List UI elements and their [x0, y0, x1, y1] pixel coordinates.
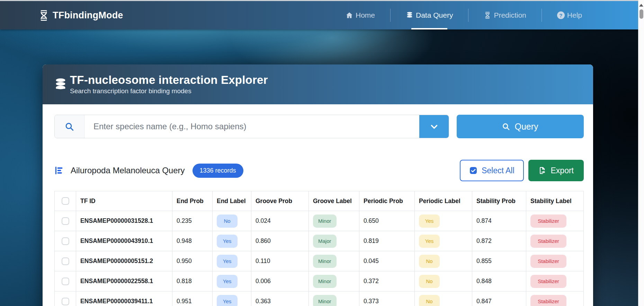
browser-viewport: TFbindingMode Home Data Query	[0, 0, 638, 306]
stability-label-cell: Stabilizer	[526, 231, 584, 251]
col-header-periodic-prob: Periodic Prob	[359, 191, 415, 211]
scrollbar-thumb[interactable]	[639, 9, 643, 19]
stability-label-cell: Stabilizer	[526, 291, 584, 306]
col-header-groove-prob: Groove Prob	[251, 191, 309, 211]
select-all-button[interactable]: Select All	[460, 160, 524, 181]
stability-prob-cell: 0.872	[472, 231, 526, 251]
row-checkbox[interactable]	[62, 217, 69, 225]
results-header: Ailuropoda Melanoleuca Query 1336 record…	[54, 160, 584, 181]
row-checkbox[interactable]	[62, 257, 69, 265]
stability-label-cell: Stabilizer	[526, 251, 584, 271]
database-icon	[406, 11, 413, 19]
search-icon	[502, 123, 510, 131]
stability-label-badge: Stabilizer	[530, 235, 566, 248]
nav-item-data-query[interactable]: Data Query	[391, 1, 468, 29]
table-row: ENSAMEP00000039411.10.951Yes0.363Minor0.…	[55, 291, 584, 306]
end-label-badge: Yes	[217, 275, 238, 288]
stability-label-cell: Stabilizer	[526, 271, 584, 291]
row-checkbox-cell	[55, 211, 76, 231]
search-icon	[65, 122, 74, 131]
end-label-badge: Yes	[217, 235, 238, 248]
end-label-cell: No	[213, 211, 251, 231]
stability-prob-cell: 0.855	[472, 251, 526, 271]
periodic-label-badge: No	[419, 255, 440, 268]
header-checkbox-cell	[55, 191, 76, 211]
page-title: TF-nucleosome interaction Explorer	[70, 74, 268, 86]
col-header-tf-id: TF ID	[76, 191, 172, 211]
groove-label-cell: Minor	[309, 211, 359, 231]
card-body: Query Ailuropoda Melanoleuca Query 1336 …	[43, 115, 593, 306]
col-header-periodic-label: Periodic Label	[415, 191, 472, 211]
tf-id-cell: ENSAMEP00000022558.1	[76, 271, 172, 291]
groove-label-cell: Minor	[309, 291, 359, 306]
periodic-label-badge: No	[419, 275, 440, 288]
row-checkbox[interactable]	[62, 237, 69, 245]
groove-label-badge: Minor	[313, 275, 337, 288]
row-checkbox-cell	[55, 291, 76, 306]
nav-item-prediction[interactable]: Prediction	[468, 1, 541, 29]
table-header-row: TF ID End Prob End Label Groove Prob Gro…	[55, 191, 584, 211]
periodic-label-badge: Yes	[419, 215, 440, 228]
tf-id-cell: ENSAMEP00000043910.1	[76, 231, 172, 251]
end-label-badge: Yes	[217, 295, 238, 306]
groove-label-cell: Minor	[309, 251, 359, 271]
explorer-card: TF-nucleosome interaction Explorer Searc…	[43, 64, 593, 306]
row-checkbox[interactable]	[62, 298, 69, 305]
results-table: TF ID End Prob End Label Groove Prob Gro…	[54, 191, 584, 306]
nav-list: Home Data Query Prediction ?	[330, 1, 597, 29]
row-checkbox[interactable]	[62, 278, 69, 285]
periodic-label-badge: Yes	[419, 235, 440, 248]
periodic-label-cell: No	[415, 271, 472, 291]
tf-id-cell: ENSAMEP00000005151.2	[76, 251, 172, 271]
table-row: ENSAMEP00000043910.10.948Yes0.860Major0.…	[55, 231, 584, 251]
brand-logo[interactable]: TFbindingMode	[38, 10, 123, 21]
results-actions: Select All Export	[460, 160, 584, 181]
stability-label-cell: Stabilizer	[526, 211, 584, 231]
export-button[interactable]: Export	[528, 160, 584, 181]
checked-checkbox-icon	[469, 166, 477, 175]
stability-prob-cell: 0.848	[472, 271, 526, 291]
bar-chart-icon	[54, 166, 64, 175]
records-count-badge: 1336 records	[193, 164, 243, 178]
end-label-cell: Yes	[213, 231, 251, 251]
nav-item-home[interactable]: Home	[330, 1, 390, 29]
species-input-group	[54, 115, 449, 138]
stability-label-badge: Stabilizer	[530, 255, 566, 268]
help-icon: ?	[557, 11, 565, 19]
species-search-input[interactable]	[84, 115, 419, 138]
results-title-group: Ailuropoda Melanoleuca Query 1336 record…	[54, 164, 243, 178]
nav-item-label: Prediction	[494, 11, 526, 19]
tf-id-cell: ENSAMEP00000039411.1	[76, 291, 172, 306]
stability-prob-cell: 0.874	[472, 211, 526, 231]
periodic-label-cell: Yes	[415, 211, 472, 231]
end-prob-cell: 0.950	[172, 251, 213, 271]
nav-item-label: Data Query	[416, 11, 453, 19]
dna-icon	[484, 11, 491, 19]
periodic-prob-cell: 0.650	[359, 211, 415, 231]
col-header-end-label: End Label	[213, 191, 251, 211]
end-label-cell: Yes	[213, 271, 251, 291]
stability-prob-cell: 0.847	[472, 291, 526, 306]
groove-label-badge: Minor	[313, 255, 337, 268]
groove-label-badge: Minor	[313, 295, 337, 306]
query-button[interactable]: Query	[457, 115, 584, 138]
nav-item-help[interactable]: ? Help	[542, 1, 597, 29]
database-icon	[54, 78, 67, 91]
nav-item-label: Home	[356, 11, 375, 19]
stability-label-badge: Stabilizer	[530, 275, 566, 288]
file-export-icon	[538, 166, 547, 175]
nav-item-label: Help	[567, 11, 582, 19]
header-checkbox[interactable]	[62, 197, 69, 205]
col-header-end-prob: End Prob	[172, 191, 213, 211]
row-checkbox-cell	[55, 231, 76, 251]
export-label: Export	[551, 166, 574, 175]
card-header: TF-nucleosome interaction Explorer Searc…	[43, 64, 593, 104]
end-prob-cell: 0.951	[172, 291, 213, 306]
groove-label-cell: Minor	[309, 271, 359, 291]
scrollbar-up-arrow-icon[interactable]	[639, 4, 643, 7]
browser-scrollbar[interactable]	[638, 0, 644, 306]
table-row: ENSAMEP00000022558.10.818Yes0.006Minor0.…	[55, 271, 584, 291]
species-dropdown-toggle[interactable]	[419, 115, 449, 138]
end-label-badge: No	[217, 215, 238, 228]
end-prob-cell: 0.948	[172, 231, 213, 251]
